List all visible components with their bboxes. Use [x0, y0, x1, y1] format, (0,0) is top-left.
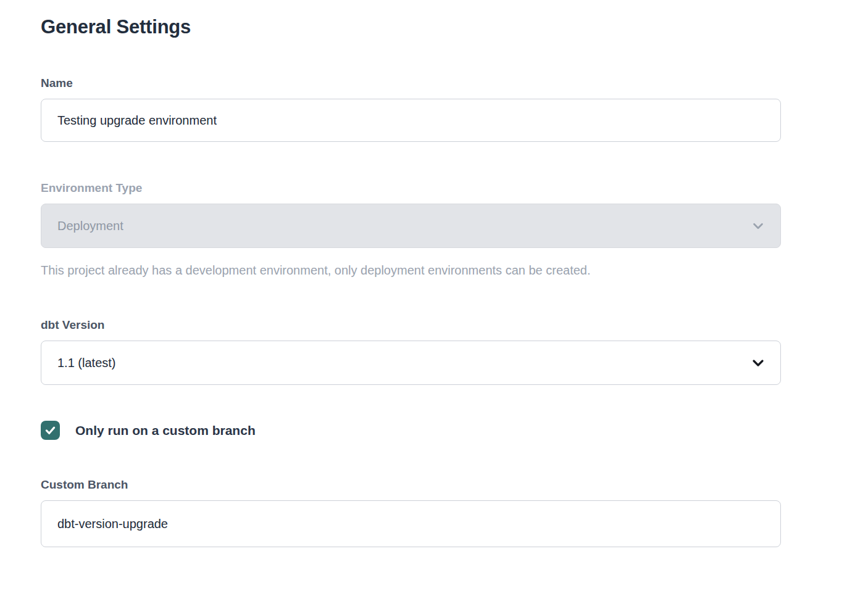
dbt-version-label: dbt Version — [41, 318, 781, 332]
custom-branch-input[interactable] — [41, 500, 781, 547]
environment-type-field-group: Environment Type Deployment This project… — [41, 181, 781, 278]
custom-branch-toggle-label[interactable]: Only run on a custom branch — [75, 423, 256, 438]
environment-type-value: Deployment — [57, 219, 123, 233]
custom-branch-field-group: Custom Branch — [41, 478, 781, 547]
dbt-version-value: 1.1 (latest) — [57, 356, 115, 370]
page-title: General Settings — [41, 16, 781, 38]
dbt-version-field-group: dbt Version 1.1 (latest) — [41, 318, 781, 385]
custom-branch-checkbox[interactable] — [41, 421, 60, 440]
environment-type-select: Deployment — [41, 204, 781, 248]
chevron-down-icon — [751, 218, 766, 233]
name-label: Name — [41, 76, 781, 90]
custom-branch-toggle-row: Only run on a custom branch — [41, 421, 781, 440]
name-input[interactable] — [41, 99, 781, 142]
custom-branch-label: Custom Branch — [41, 478, 781, 492]
environment-type-helper-text: This project already has a development e… — [41, 263, 781, 278]
name-field-group: Name — [41, 76, 781, 142]
general-settings-page: General Settings Name Environment Type D… — [0, 0, 868, 591]
dbt-version-select[interactable]: 1.1 (latest) — [41, 341, 781, 385]
chevron-down-icon — [751, 355, 766, 370]
checkmark-icon — [44, 424, 57, 437]
environment-type-label: Environment Type — [41, 181, 781, 195]
